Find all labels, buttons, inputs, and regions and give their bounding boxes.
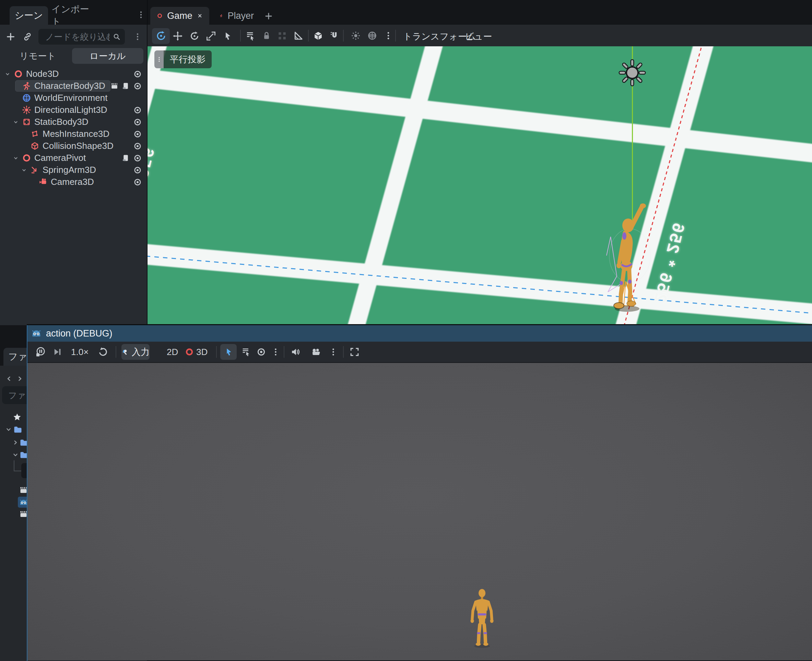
ruler-icon[interactable] (293, 30, 303, 41)
visibility-eye-icon[interactable] (256, 347, 266, 357)
node-filter-input[interactable] (38, 29, 125, 45)
tree-node-SpringArm3D[interactable]: SpringArm3D (0, 164, 147, 176)
cursor-icon (224, 347, 233, 357)
godot-icon (31, 328, 42, 339)
node3d-icon (14, 69, 23, 78)
move-tool-icon[interactable] (172, 31, 183, 41)
nav-back-icon[interactable] (5, 375, 13, 383)
suspend-select-button[interactable] (220, 344, 237, 360)
node-name: MeshInstance3D (43, 129, 109, 139)
folder-icon[interactable] (13, 425, 22, 434)
folder-expand-icon[interactable] (12, 439, 19, 446)
remote-button[interactable]: リモート (7, 48, 69, 64)
close-icon[interactable] (197, 12, 203, 19)
fullscreen-icon[interactable] (349, 347, 360, 358)
tree-node-Node3D[interactable]: Node3D (0, 68, 147, 80)
lock-icon[interactable] (262, 30, 272, 41)
tree-node-DirectionalLight3D[interactable]: DirectionalLight3D (0, 104, 147, 116)
restart-icon[interactable] (98, 347, 108, 358)
directional-light-gizmo[interactable] (617, 57, 648, 88)
preview-menu-icon[interactable] (383, 31, 393, 40)
node-select-list-icon[interactable] (241, 347, 251, 357)
game-window-titlebar[interactable]: action (DEBUG) (27, 325, 812, 342)
game-view[interactable] (27, 363, 812, 660)
input-override-button[interactable]: 入力 (121, 344, 150, 360)
tab-scene[interactable]: シーン (10, 6, 48, 25)
scene-dock-menu-icon[interactable] (137, 10, 145, 19)
rotate-tool-icon[interactable] (189, 31, 199, 41)
folder-collapse-icon[interactable] (12, 451, 19, 458)
add-node-icon[interactable] (5, 32, 16, 42)
character-body-icon (22, 81, 31, 91)
nav-forward-icon[interactable] (16, 375, 24, 383)
node-name: Node3D (26, 69, 59, 79)
tab-import[interactable]: インポート (51, 6, 96, 25)
script-icon[interactable] (121, 154, 130, 162)
visibility-eye-icon[interactable] (133, 81, 142, 91)
local-button[interactable]: ローカル (72, 48, 144, 64)
3d-mode-label[interactable]: 3D (196, 347, 207, 358)
tree-node-MeshInstance3D[interactable]: MeshInstance3D (0, 128, 147, 140)
next-frame-icon[interactable] (52, 347, 62, 357)
collapse-arrow-icon[interactable] (13, 155, 19, 161)
view-menu[interactable]: ビュー (465, 30, 492, 43)
audio-mute-icon[interactable] (290, 346, 301, 358)
node-name: SpringArm3D (43, 165, 96, 175)
camera-override-icon[interactable] (311, 346, 322, 358)
environment-toggle-icon[interactable] (367, 30, 377, 41)
collapse-arrow-icon[interactable] (5, 71, 11, 77)
clapper-icon[interactable] (110, 81, 119, 90)
debug-toolbar: 1.0× 入力 2D 3D (27, 342, 812, 363)
tree-node-CollisionShape3D[interactable]: CollisionShape3D (0, 140, 147, 152)
world-environment-icon (22, 93, 31, 102)
tree-node-CameraPivot[interactable]: CameraPivot (0, 152, 147, 164)
2d-mode-icon[interactable] (156, 348, 164, 356)
3d-mode-icon[interactable] (185, 348, 193, 356)
projection-label-text: 平行投影 (164, 50, 212, 68)
selection-cursor-icon[interactable] (222, 31, 233, 41)
visibility-eye-icon[interactable] (133, 154, 142, 163)
instance-scene-link-icon[interactable] (22, 32, 32, 42)
collapse-arrow-icon[interactable] (21, 167, 27, 173)
visibility-eye-icon[interactable] (133, 142, 142, 150)
select-list-icon[interactable] (245, 30, 256, 42)
visibility-eye-icon[interactable] (133, 178, 142, 187)
2d-mode-label[interactable]: 2D (167, 347, 178, 358)
directional-light-icon (22, 105, 31, 115)
script-icon[interactable] (121, 81, 130, 90)
favorites-star-icon[interactable] (12, 412, 22, 422)
tree-node-WorldEnvironment[interactable]: WorldEnvironment (0, 92, 147, 104)
sun-toggle-icon[interactable] (351, 30, 361, 41)
scene-tab-player[interactable]: Player (213, 7, 261, 25)
visibility-eye-icon[interactable] (133, 130, 142, 139)
transform-tool-icon[interactable] (156, 30, 166, 41)
character-body-icon (220, 12, 223, 20)
group-icon[interactable] (277, 31, 287, 41)
snap-cube-icon[interactable] (313, 30, 324, 41)
scene-tab-game[interactable]: Game (150, 7, 209, 25)
tree-node-CharacterBody3D[interactable]: CharacterBody3D (0, 80, 147, 92)
viewport-character[interactable] (603, 201, 654, 319)
visibility-eye-icon[interactable] (133, 166, 142, 175)
spring-arm-icon (30, 165, 40, 175)
magnet-snap-icon[interactable] (329, 30, 340, 41)
game-debug-window[interactable]: action (DEBUG) 1.0× 入力 2D 3D (27, 325, 812, 661)
projection-label[interactable]: 平行投影 (155, 50, 212, 68)
speed-scale-value[interactable]: 1.0× (71, 347, 88, 358)
new-scene-tab-icon[interactable] (264, 12, 273, 21)
tree-node-Camera3D[interactable]: Camera3D (0, 176, 147, 188)
road-horizontal-top (147, 69, 812, 163)
camera-options-icon[interactable] (329, 348, 338, 357)
viewport-3d[interactable]: 平行投影 256 * 256 256 * 256 (147, 46, 812, 325)
folder-collapse-icon[interactable] (5, 426, 12, 433)
profiler-pause-icon[interactable] (35, 346, 46, 358)
tree-node-StaticBody3D[interactable]: StaticBody3D (0, 116, 147, 128)
drag-handle-icon[interactable] (155, 50, 164, 68)
visibility-eye-icon[interactable] (133, 118, 142, 126)
filter-menu-icon[interactable] (133, 32, 142, 41)
collapse-arrow-icon[interactable] (13, 119, 19, 125)
visibility-eye-icon[interactable] (133, 70, 142, 78)
visibility-eye-icon[interactable] (133, 105, 142, 115)
scale-tool-icon[interactable] (206, 31, 216, 41)
selection-options-icon[interactable] (271, 348, 280, 357)
